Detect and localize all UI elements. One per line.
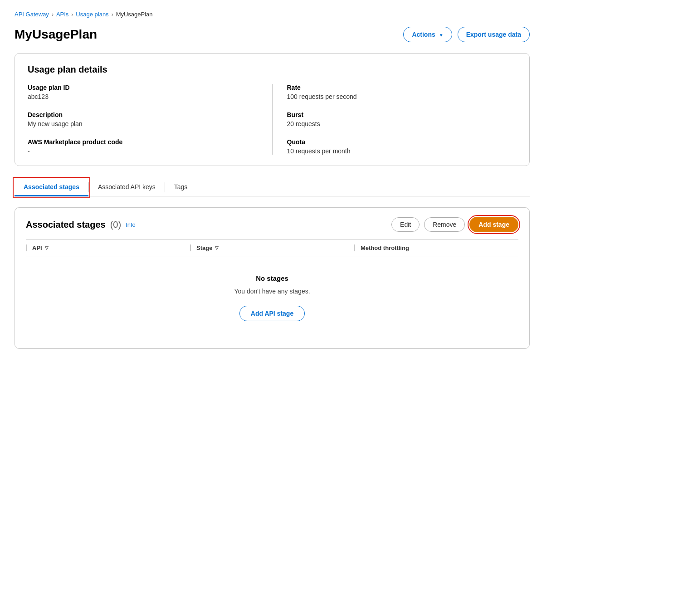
detail-burst: Burst 20 requests xyxy=(287,111,517,127)
marketplace-code-label: AWS Marketplace product code xyxy=(28,138,258,146)
add-api-stage-label: Add API stage xyxy=(251,310,293,317)
page-title: MyUsagePlan xyxy=(15,27,97,42)
col-api-sort-icon: ▽ xyxy=(45,245,49,250)
breadcrumb-current: MyUsagePlan xyxy=(116,11,153,18)
breadcrumb-sep-1: › xyxy=(52,11,54,18)
stages-table: API ▽ Stage ▽ Method throttling No stage… xyxy=(26,240,518,339)
actions-label: Actions xyxy=(412,31,435,38)
usage-plan-details-card: Usage plan details Usage plan ID abc123 … xyxy=(15,53,530,166)
burst-value: 20 requests xyxy=(287,120,517,127)
add-api-stage-button[interactable]: Add API stage xyxy=(239,306,305,321)
description-value: My new usage plan xyxy=(28,120,258,127)
empty-title: No stages xyxy=(35,274,509,282)
info-link[interactable]: Info xyxy=(126,221,136,228)
details-right: Rate 100 requests per second Burst 20 re… xyxy=(273,84,517,155)
col-stage-sort-icon: ▽ xyxy=(215,245,219,250)
detail-marketplace-code: AWS Marketplace product code - xyxy=(28,138,258,155)
associated-stages-section: Associated stages (0) Info Edit Remove A… xyxy=(15,207,530,349)
section-actions: Edit Remove Add stage xyxy=(391,217,518,232)
col-method-throttling-label: Method throttling xyxy=(361,244,409,251)
tab-associated-api-keys-label: Associated API keys xyxy=(98,183,156,191)
detail-quota: Quota 10 requests per month xyxy=(287,138,517,155)
remove-label: Remove xyxy=(433,221,456,228)
actions-button[interactable]: Actions xyxy=(403,27,452,42)
usage-plan-id-label: Usage plan ID xyxy=(28,84,258,91)
section-count: (0) xyxy=(110,220,121,230)
col-header-stage[interactable]: Stage ▽ xyxy=(190,244,354,251)
details-card-title: Usage plan details xyxy=(28,64,517,75)
tab-associated-stages[interactable]: Associated stages xyxy=(15,179,88,196)
breadcrumb-apis[interactable]: APIs xyxy=(56,11,68,18)
col-stage-label: Stage xyxy=(196,244,212,251)
breadcrumb-sep-3: › xyxy=(112,11,113,18)
export-usage-data-button[interactable]: Export usage data xyxy=(458,27,530,42)
detail-rate: Rate 100 requests per second xyxy=(287,84,517,100)
tab-associated-api-keys[interactable]: Associated API keys xyxy=(89,179,165,196)
section-title: Associated stages xyxy=(26,220,106,230)
usage-plan-id-value: abc123 xyxy=(28,93,258,100)
add-stage-button[interactable]: Add stage xyxy=(469,217,518,232)
marketplace-code-value: - xyxy=(28,147,258,155)
col-header-method-throttling: Method throttling xyxy=(354,244,518,251)
edit-label: Edit xyxy=(400,221,411,228)
actions-chevron-icon xyxy=(438,31,444,38)
detail-description: Description My new usage plan xyxy=(28,111,258,127)
export-label: Export usage data xyxy=(466,31,521,38)
col-api-label: API xyxy=(32,244,42,251)
burst-label: Burst xyxy=(287,111,517,118)
empty-description: You don't have any stages. xyxy=(35,288,509,295)
details-grid: Usage plan ID abc123 Description My new … xyxy=(28,84,517,155)
details-left: Usage plan ID abc123 Description My new … xyxy=(28,84,272,155)
empty-state: No stages You don't have any stages. Add… xyxy=(26,256,518,339)
breadcrumb: API Gateway › APIs › Usage plans › MyUsa… xyxy=(15,11,530,18)
section-header: Associated stages (0) Info Edit Remove A… xyxy=(26,217,518,232)
table-header-row: API ▽ Stage ▽ Method throttling xyxy=(26,240,518,256)
breadcrumb-usage-plans[interactable]: Usage plans xyxy=(76,11,108,18)
page-header: MyUsagePlan Actions Export usage data xyxy=(15,27,530,42)
tab-tags-label: Tags xyxy=(174,183,188,191)
edit-button[interactable]: Edit xyxy=(391,217,420,232)
tabs-container: Associated stages Associated API keys Ta… xyxy=(15,179,530,196)
description-label: Description xyxy=(28,111,258,118)
rate-label: Rate xyxy=(287,84,517,91)
col-header-api[interactable]: API ▽ xyxy=(26,244,190,251)
detail-usage-plan-id: Usage plan ID abc123 xyxy=(28,84,258,100)
section-title-group: Associated stages (0) Info xyxy=(26,220,136,230)
header-actions: Actions Export usage data xyxy=(403,27,530,42)
quota-value: 10 requests per month xyxy=(287,147,517,155)
tab-tags[interactable]: Tags xyxy=(165,179,197,196)
tab-associated-stages-label: Associated stages xyxy=(24,183,79,191)
add-stage-label: Add stage xyxy=(478,221,509,228)
breadcrumb-api-gateway[interactable]: API Gateway xyxy=(15,11,49,18)
quota-label: Quota xyxy=(287,138,517,146)
rate-value: 100 requests per second xyxy=(287,93,517,100)
breadcrumb-sep-2: › xyxy=(71,11,73,18)
remove-button[interactable]: Remove xyxy=(424,217,465,232)
